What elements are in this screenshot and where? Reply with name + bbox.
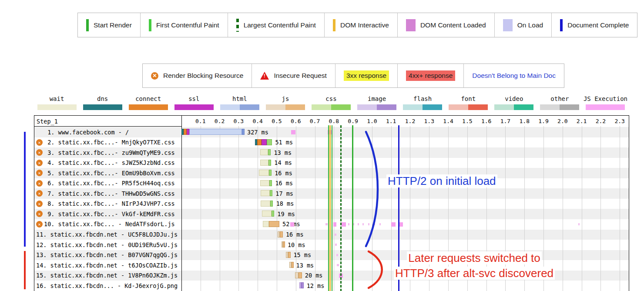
request-bar-wait[interactable] (261, 201, 270, 207)
request-row-label[interactable]: 12. static.xx.fbcdn.net - 0UDi9ERu5vU.js (36, 241, 178, 248)
axis-tick-label: 1.9 (538, 118, 548, 124)
legend-item-doesn-t-belong-to-main-doc[interactable]: Doesn't Belong to Main Doc (464, 64, 564, 87)
http2-annotation: HTTP/2 on initial load (386, 174, 497, 188)
request-bar-js_dl[interactable] (292, 262, 294, 268)
request-time-label: 51 ms (275, 139, 293, 146)
connect-color-swatch (129, 104, 168, 110)
request-row-label[interactable]: 14. static.xx.fbcdn.net - t6JOsCOAZIb.js (36, 262, 178, 269)
request-bar-html_dl[interactable] (242, 129, 245, 135)
axis-tick-label: 2.1 (577, 118, 587, 124)
request-row-label[interactable]: 16. static.xx.fbcdn... - Kd-J6exrojG.png (36, 282, 178, 289)
request-bar-ssl[interactable] (262, 139, 267, 145)
request-bar-css_dl[interactable] (272, 211, 274, 217)
request-row-label[interactable]: ✕ 2. static.xx.fbc...- MnjQkyO7TXE.css (36, 139, 175, 146)
header-underline (34, 126, 181, 127)
request-row-label[interactable]: ✕ 3. static.xx.fbc...- zu9WmQTyME9.css (36, 149, 175, 156)
start-render-marker-icon (86, 19, 89, 31)
request-row-label[interactable]: 1. www.facebook.com - / (36, 129, 129, 136)
request-row-label[interactable]: 11. static.xx.fbcdn.net - UC5F8LOJDJu.js (36, 231, 178, 238)
resource-legend-font: font (446, 95, 491, 110)
request-bar-wait[interactable] (262, 211, 272, 217)
js-execution-mark (374, 223, 375, 225)
request-row-label[interactable]: ✕ 8. static.xx.fbc...- NIrPJ4JVHP7.css (36, 200, 175, 207)
request-bar-js_dl[interactable] (280, 231, 283, 237)
axis-tick-label: 2.2 (596, 118, 606, 124)
request-bar-css_dl[interactable] (270, 190, 272, 196)
render-blocking-icon: ✕ (36, 160, 43, 166)
webpagetest-waterfall-page: Start RenderFirst Contentful PaintLarges… (0, 0, 644, 291)
request-bar-wait[interactable] (260, 149, 268, 155)
resource-legend-connect: connect (125, 95, 171, 110)
request-bar-css_dl[interactable] (268, 160, 271, 166)
request-row-label[interactable]: 13. static.xx.fbcdn.net - B07VGN7qgQG.js (36, 251, 178, 258)
axis-tick-label: 0.6 (291, 118, 301, 124)
legend-item-label: Document Complete (567, 21, 629, 29)
resource-legend-label: dns (97, 95, 108, 102)
request-bar-wait[interactable] (260, 160, 268, 166)
legend-item-label: Start Render (94, 21, 132, 29)
request-bar-js_dl[interactable] (288, 252, 291, 258)
request-bar-connect[interactable] (257, 139, 262, 145)
request-name: 6. static.xx.fbc...- PR5f5cH44oq.css (44, 180, 175, 187)
request-bar-css_dl[interactable] (268, 149, 271, 155)
panel-divider (181, 116, 182, 291)
axis-tick-label: 0.1 (195, 118, 205, 124)
render-blocking-icon: ✕ (36, 139, 43, 146)
request-bar-js[interactable] (295, 272, 299, 278)
request-row-label[interactable]: ✕ 9. static.xx.fbc...- VkGf-kEMdFR.css (36, 211, 175, 217)
dom-interactive-line (329, 125, 331, 291)
request-bar-wait[interactable] (261, 190, 270, 196)
ssl-color-swatch (174, 104, 214, 110)
request-time-label: 13 ms (296, 262, 314, 269)
request-bar-js_dl[interactable] (299, 272, 302, 278)
render-blocking-icon: ✕ (36, 149, 43, 156)
request-bar-css_dl[interactable] (270, 201, 273, 207)
resource-legend-label: wait (50, 95, 64, 102)
request-bar-connect[interactable] (184, 129, 187, 135)
request-row-label[interactable]: 15. static.xx.fbcdn.net - 1V8Pn6OJKZm.js (36, 272, 178, 279)
render-blocking-icon: ✕ (36, 180, 43, 187)
axis-tick-label: 0.9 (348, 118, 358, 124)
request-bar-wait[interactable] (260, 180, 269, 186)
request-row-label[interactable]: ✕ 4. static.xx.fbc...- sJWZ5KJzbNd.css (36, 159, 175, 166)
axis-tick-label: 0.2 (215, 118, 225, 124)
request-bar-css_dl[interactable] (267, 139, 272, 145)
js-execution-mark (337, 264, 339, 266)
legend-item-label: Largest Contentful Paint (244, 21, 316, 29)
step-label: Step_1 (37, 118, 58, 125)
request-row-label[interactable]: ✕10. static.xx.fbc... - NedATFsdorL.js (36, 221, 175, 227)
request-time-label: 19 ms (277, 211, 295, 217)
image-color-swatch (357, 104, 396, 110)
request-name: 10. static.xx.fbc... - NedATFsdorL.js (44, 221, 175, 227)
request-bar-css_dl[interactable] (269, 170, 272, 176)
resource-legend-js-execution: JS Execution (583, 95, 628, 110)
request-row-label[interactable]: ✕ 7. static.xx.fbc...- THHwDD5wGNS.css (36, 190, 175, 197)
js-execution-mark (333, 222, 336, 227)
request-bar-js_dl[interactable] (283, 241, 285, 248)
first-contentful-paint-marker-icon (149, 19, 151, 31)
request-bar-image_dl[interactable] (301, 282, 304, 288)
legend-item-document-complete: Document Complete (552, 13, 637, 37)
request-row-label[interactable]: ✕ 6. static.xx.fbc...- PR5f5cH44oq.css (36, 180, 175, 187)
request-name: 13. static.xx.fbcdn.net - B07VGN7qgQG.js (36, 251, 178, 258)
request-bar-html[interactable] (189, 129, 242, 135)
axis-tick-label: 1.6 (481, 118, 491, 124)
resource-legend-label: flash (413, 95, 432, 102)
request-bar-wait[interactable] (263, 221, 269, 227)
request-bar-wait[interactable] (259, 170, 269, 176)
time-gridline (258, 126, 258, 291)
request-bar-css_dl[interactable] (269, 180, 272, 186)
first-contentful-paint-line (332, 125, 332, 291)
js-execution-mark (336, 254, 338, 256)
resource-legend-other: other (537, 95, 583, 110)
resource-legend-video: video (491, 95, 537, 110)
time-gridline (201, 126, 201, 291)
request-bar-js_dl[interactable] (269, 221, 279, 227)
request-name: 5. static.xx.fbc...- EOmU9bBoXvm.css (44, 170, 175, 177)
request-time-label: 10 ms (288, 241, 305, 248)
resource-legend-label: ssl (188, 95, 199, 102)
largest-contentful-paint-line (340, 125, 342, 291)
request-row-label[interactable]: ✕ 5. static.xx.fbc...- EOmU9bBoXvm.css (36, 170, 175, 177)
request-name: 7. static.xx.fbc...- THHwDD5wGNS.css (44, 190, 175, 197)
resource-legend-label: connect (135, 95, 161, 102)
